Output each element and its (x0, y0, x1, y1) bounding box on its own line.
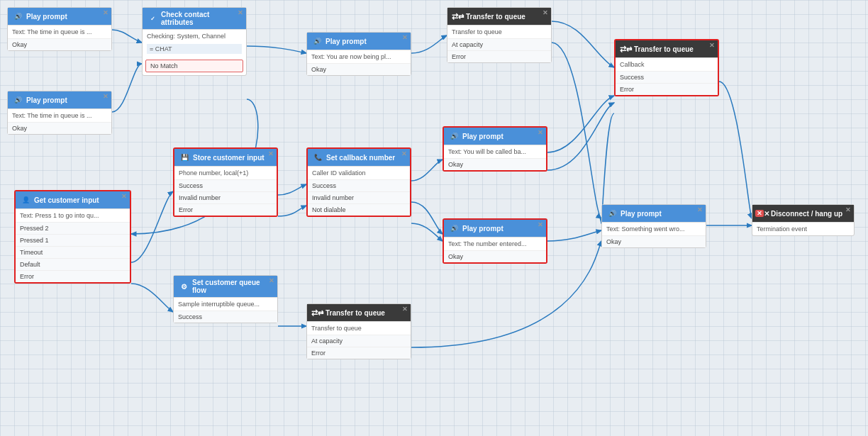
phone-icon (312, 152, 323, 163)
tq1-outlet-error[interactable]: Error (447, 50, 551, 62)
play-prompt-1-body: Text: The time in queue is ... (8, 26, 111, 38)
transfer-icon-3: ⇄ (311, 307, 323, 318)
transfer-icon-1: ⇄ (452, 11, 463, 22)
set-callback-number-header: Set callback number ✕ (308, 149, 410, 167)
tq1-outlet-capacity[interactable]: At capacity (447, 38, 551, 50)
no-match-outlet[interactable]: No Match (145, 60, 243, 72)
play-prompt-3-body: Text: You are now being pl... (307, 50, 411, 63)
speaker-icon-1 (12, 11, 23, 22)
transfer-queue-node-3[interactable]: ⇄ Transfer to queue ✕ Transfer to queue … (306, 303, 411, 359)
sci-outlet-success[interactable]: Success (174, 179, 277, 191)
transfer-icon-2: ⇄ (620, 43, 631, 55)
sci-outlet-invalid[interactable]: Invalid number (174, 191, 277, 203)
get-customer-input-node[interactable]: Get customer input ✕ Text: Press 1 to go… (14, 190, 131, 284)
tq3-outlet-error[interactable]: Error (307, 347, 411, 359)
transfer-queue-node-1[interactable]: ⇄ Transfer to queue ✕ Transfer to queue … (447, 7, 552, 63)
gci-outlet-default[interactable]: Default (16, 258, 130, 270)
play-prompt-number-node[interactable]: Play prompt ✕ Text: The number entered..… (443, 218, 547, 264)
close-btn-check[interactable]: ✕ (238, 9, 243, 16)
gci-outlet-pressed1[interactable]: Pressed 1 (16, 234, 130, 246)
speaker-icon-num (448, 223, 460, 234)
close-btn-tq2[interactable]: ✕ (709, 42, 715, 49)
play-prompt-1-outlet-okay[interactable]: Okay (8, 38, 111, 50)
scq-outlet-success[interactable]: Success (174, 311, 277, 323)
play-prompt-2-header: Play prompt ✕ (8, 91, 111, 109)
gci-outlet-timeout[interactable]: Timeout (16, 246, 130, 258)
play-prompt-2-outlet-okay[interactable]: Okay (8, 122, 111, 134)
set-customer-queue-header: Set customer queue flow ✕ (174, 276, 277, 298)
play-prompt-callback-header: Play prompt ✕ (444, 128, 546, 145)
play-prompt-3-outlet-okay[interactable]: Okay (307, 63, 411, 75)
set-callback-number-body: Caller ID validation (308, 167, 410, 179)
set-customer-queue-body: Sample interruptible queue... (174, 298, 277, 311)
get-customer-input-body: Text: Press 1 to go into qu... (16, 209, 130, 222)
close-btn-ppe[interactable]: ✕ (697, 206, 703, 213)
close-btn-gci[interactable]: ✕ (121, 193, 127, 200)
store-customer-input-body: Phone number, local(+1) (174, 167, 277, 179)
play-prompt-1-header: Play prompt ✕ (8, 8, 111, 26)
transfer-queue-2-body: Callback (616, 58, 718, 71)
scn-outlet-success[interactable]: Success (308, 179, 410, 191)
scn-outlet-notdialable[interactable]: Not dialable (308, 203, 410, 216)
transfer-queue-1-body: Transfer to queue (447, 26, 551, 38)
play-prompt-2-body: Text: The time in queue is ... (8, 109, 111, 122)
play-prompt-error-header: Play prompt ✕ (602, 205, 706, 223)
play-prompt-error-node[interactable]: Play prompt ✕ Text: Something went wro..… (601, 204, 706, 248)
tq3-outlet-capacity[interactable]: At capacity (307, 335, 411, 347)
transfer-queue-1-header: ⇄ Transfer to queue ✕ (447, 8, 551, 26)
disconnect-icon: ✕ (757, 208, 768, 219)
store-customer-input-node[interactable]: Store customer input ✕ Phone number, loc… (173, 147, 278, 217)
disconnect-body: Termination event (752, 223, 854, 235)
close-btn-dc[interactable]: ✕ (845, 206, 851, 213)
close-btn-tq1[interactable]: ✕ (542, 9, 548, 16)
tq2-outlet-error[interactable]: Error (616, 83, 718, 95)
play-prompt-node-3[interactable]: Play prompt ✕ Text: You are now being pl… (306, 32, 411, 76)
check-contact-header: Check contact attributes ✕ (143, 8, 246, 30)
transfer-queue-3-header: ⇄ Transfer to queue ✕ (307, 304, 411, 322)
person-icon (20, 194, 31, 206)
check-contact-node[interactable]: Check contact attributes ✕ Checking: Sys… (142, 7, 247, 76)
play-prompt-node-1[interactable]: Play prompt ✕ Text: The time in queue is… (7, 7, 112, 51)
scn-outlet-invalid[interactable]: Invalid number (308, 191, 410, 203)
close-btn-scn[interactable]: ✕ (401, 150, 407, 157)
speaker-icon-3 (311, 35, 323, 47)
play-prompt-error-body: Text: Something went wro... (602, 223, 706, 235)
close-btn-ppcb[interactable]: ✕ (538, 129, 543, 136)
sci-outlet-error[interactable]: Error (174, 203, 277, 216)
close-btn-1[interactable]: ✕ (103, 9, 108, 16)
play-prompt-callback-body: Text: You will be called ba... (444, 145, 546, 158)
chat-label: = CHAT (147, 44, 242, 54)
gci-outlet-error[interactable]: Error (16, 270, 130, 282)
set-customer-queue-node[interactable]: Set customer queue flow ✕ Sample interru… (173, 275, 278, 323)
gci-outlet-pressed2[interactable]: Pressed 2 (16, 222, 130, 234)
play-prompt-callback-node[interactable]: Play prompt ✕ Text: You will be called b… (443, 126, 547, 172)
close-btn-sci[interactable]: ✕ (268, 150, 274, 157)
check-contact-body: Checking: System, Channel = CHAT (143, 30, 246, 57)
close-btn-2[interactable]: ✕ (103, 93, 108, 100)
store-customer-input-header: Store customer input ✕ (174, 149, 277, 167)
close-btn-scq[interactable]: ✕ (269, 277, 274, 284)
play-prompt-3-header: Play prompt ✕ (307, 33, 411, 50)
ppe-outlet-okay[interactable]: Okay (602, 235, 706, 247)
close-btn-tq3[interactable]: ✕ (402, 306, 408, 313)
tq2-outlet-success[interactable]: Success (616, 71, 718, 83)
get-customer-input-header: Get customer input ✕ (16, 191, 130, 209)
ppcb-outlet-okay[interactable]: Okay (444, 158, 546, 170)
set-callback-number-node[interactable]: Set callback number ✕ Caller ID validati… (306, 147, 411, 217)
store-icon (179, 152, 190, 163)
close-btn-3[interactable]: ✕ (402, 34, 408, 41)
speaker-icon-2 (12, 94, 23, 106)
speaker-icon-err (606, 208, 618, 219)
play-prompt-number-body: Text: The number entered... (444, 237, 546, 250)
play-prompt-node-2[interactable]: Play prompt ✕ Text: The time in queue is… (7, 91, 112, 135)
check-icon (147, 13, 158, 24)
disconnect-node[interactable]: ✕ Disconnect / hang up ✕ Termination eve… (752, 204, 855, 236)
set-icon (178, 281, 189, 292)
transfer-queue-2-header: ⇄ Transfer to queue ✕ (616, 40, 718, 58)
flow-canvas[interactable]: Play prompt ✕ Text: The time in queue is… (0, 0, 868, 436)
speaker-icon-cb (448, 130, 460, 142)
close-btn-ppn[interactable]: ✕ (538, 221, 543, 228)
transfer-queue-node-2[interactable]: ⇄ Transfer to queue ✕ Callback Success E… (614, 39, 719, 96)
disconnect-header: ✕ Disconnect / hang up ✕ (752, 205, 854, 223)
ppn-outlet-okay[interactable]: Okay (444, 250, 546, 262)
